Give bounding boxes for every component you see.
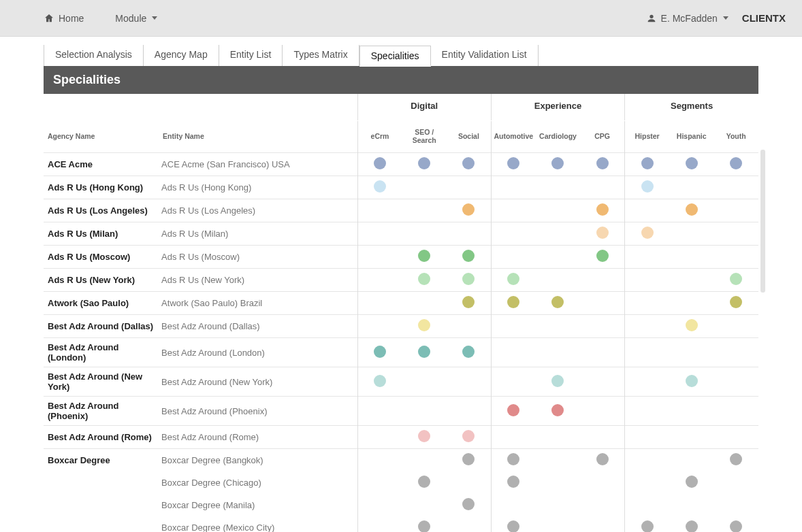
spec-cell xyxy=(713,449,758,472)
dot-icon xyxy=(462,346,475,358)
tab-agency-map[interactable]: Agency Map xyxy=(144,45,219,66)
spec-cell xyxy=(580,494,624,516)
table-row[interactable]: Ads R Us (New York)Ads R Us (New York) xyxy=(44,269,758,292)
table-row[interactable]: Ads R Us (Hong Kong)Ads R Us (Hong Kong) xyxy=(44,176,758,199)
column-header[interactable]: eCrm xyxy=(357,121,402,153)
spec-cell xyxy=(669,494,713,516)
column-header[interactable]: Automotive xyxy=(491,121,535,153)
entity-cell: Ads R Us (Los Angeles) xyxy=(159,199,357,222)
table-row[interactable]: Ads R Us (Los Angeles)Ads R Us (Los Ange… xyxy=(44,199,758,222)
spec-cell xyxy=(491,471,535,494)
agency-cell: Ads R Us (Los Angeles) xyxy=(44,199,159,222)
dot-icon xyxy=(462,273,475,285)
table-row[interactable]: Boxcar Degree (Chicago) xyxy=(44,471,758,494)
table-row[interactable]: Ads R Us (Milan)Ads R Us (Milan) xyxy=(44,222,758,246)
spec-cell xyxy=(447,222,491,246)
dot-icon xyxy=(596,227,609,239)
scrollbar[interactable] xyxy=(760,150,765,293)
dot-icon xyxy=(641,157,654,169)
agency-cell: Best Adz Around (Rome) xyxy=(44,426,159,449)
table-row[interactable]: Best Adz Around (New York)Best Adz Aroun… xyxy=(44,367,758,397)
spec-cell xyxy=(580,176,624,199)
dot-icon xyxy=(418,273,430,285)
spec-cell xyxy=(447,494,491,516)
dot-icon xyxy=(686,203,698,216)
spec-cell xyxy=(357,471,402,494)
table-row[interactable]: Best Adz Around (London)Best Adz Around … xyxy=(44,338,758,367)
dot-icon xyxy=(730,157,742,169)
column-header[interactable]: Youth xyxy=(713,121,758,153)
tab-selection-analysis[interactable]: Selection Analysis xyxy=(44,45,144,66)
column-header[interactable]: Hispanic xyxy=(669,121,713,153)
column-header[interactable]: SEO / Search xyxy=(402,121,446,153)
spec-cell xyxy=(580,292,624,315)
spec-cell xyxy=(402,153,446,176)
spec-cell xyxy=(625,292,669,315)
tab-entity-list[interactable]: Entity List xyxy=(219,45,283,66)
agency-header[interactable]: Agency Name xyxy=(44,121,159,153)
spec-cell xyxy=(669,222,713,246)
nav-home[interactable]: Home xyxy=(44,13,84,24)
group-header: Segments xyxy=(625,94,758,121)
spec-cell xyxy=(625,315,669,338)
agency-cell: Ads R Us (Hong Kong) xyxy=(44,176,159,199)
spec-cell xyxy=(669,516,713,532)
nav-module[interactable]: Module xyxy=(115,13,157,24)
spec-cell xyxy=(491,426,535,449)
spec-cell xyxy=(491,176,535,199)
spec-cell xyxy=(357,246,402,269)
dot-icon xyxy=(686,520,698,532)
entity-cell: Atwork (Sao Paulo) Brazil xyxy=(159,292,357,315)
table-row[interactable]: ACE AcmeACE Acme (San Francisco) USA xyxy=(44,153,758,176)
spec-cell xyxy=(402,471,446,494)
dot-icon xyxy=(596,157,609,169)
dot-icon xyxy=(507,296,519,308)
column-header[interactable]: CPG xyxy=(580,121,624,153)
table-row[interactable]: Boxcar Degree (Mexico City) xyxy=(44,516,758,532)
dot-icon xyxy=(418,430,430,442)
spec-cell xyxy=(580,222,624,246)
agency-cell xyxy=(44,516,159,532)
spec-cell xyxy=(713,516,758,532)
tab-entity-validation-list[interactable]: Entity Validation List xyxy=(431,45,539,66)
spec-cell xyxy=(580,367,624,397)
dot-icon xyxy=(596,250,609,262)
section-title: Specialities xyxy=(44,66,758,94)
table-row[interactable]: Best Adz Around (Dallas)Best Adz Around … xyxy=(44,315,758,338)
spec-cell xyxy=(402,269,446,292)
spec-cell xyxy=(357,153,402,176)
user-menu[interactable]: E. McFadden xyxy=(646,13,728,24)
spec-cell xyxy=(580,199,624,222)
spec-cell xyxy=(625,397,669,426)
table-row[interactable]: Boxcar DegreeBoxcar Degree (Bangkok) xyxy=(44,449,758,472)
spec-cell xyxy=(625,426,669,449)
spec-cell xyxy=(713,222,758,246)
entity-cell: Best Adz Around (Rome) xyxy=(159,426,357,449)
dot-icon xyxy=(462,296,475,308)
spec-cell xyxy=(402,449,446,472)
spec-cell xyxy=(536,199,580,222)
entity-header[interactable]: Entity Name xyxy=(159,121,357,153)
table-row[interactable]: Best Adz Around (Rome)Best Adz Around (R… xyxy=(44,426,758,449)
agency-cell: Ads R Us (Moscow) xyxy=(44,246,159,269)
column-header[interactable]: Hipster xyxy=(625,121,669,153)
dot-icon xyxy=(462,203,475,216)
table-row[interactable]: Best Adz Around (Phoenix)Best Adz Around… xyxy=(44,397,758,426)
column-header[interactable]: Cardiology xyxy=(536,121,580,153)
table-row[interactable]: Ads R Us (Moscow)Ads R Us (Moscow) xyxy=(44,246,758,269)
spec-cell xyxy=(625,449,669,472)
nav-module-label: Module xyxy=(115,13,146,24)
tab-specialities[interactable]: Specialities xyxy=(359,46,431,67)
spec-cell xyxy=(447,176,491,199)
spec-cell xyxy=(447,397,491,426)
column-header[interactable]: Social xyxy=(447,121,491,153)
tab-types-matrix[interactable]: Types Matrix xyxy=(283,45,359,66)
agency-cell: Best Adz Around (Dallas) xyxy=(44,315,159,338)
table-row[interactable]: Boxcar Degree (Manila) xyxy=(44,494,758,516)
dot-icon xyxy=(551,375,564,387)
table-row[interactable]: Atwork (Sao Paulo)Atwork (Sao Paulo) Bra… xyxy=(44,292,758,315)
spec-cell xyxy=(447,338,491,367)
spec-cell xyxy=(491,338,535,367)
spec-cell xyxy=(580,426,624,449)
entity-cell: Boxcar Degree (Bangkok) xyxy=(159,449,357,472)
